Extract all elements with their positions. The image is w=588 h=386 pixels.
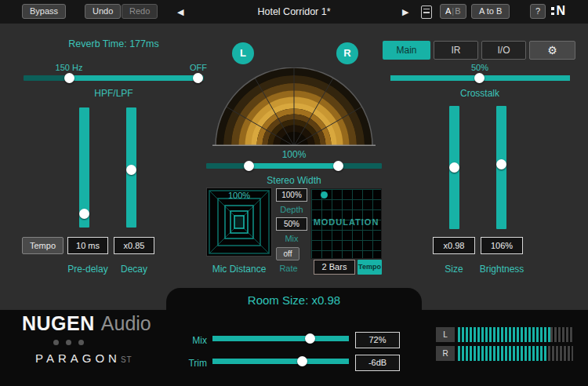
parameter-readout-tab: Room Size: x0.98 — [166, 288, 422, 311]
mod-mix-label: Mix — [274, 234, 309, 243]
meter-right-bar — [458, 346, 573, 361]
hpf-lpf-active-band — [69, 75, 198, 81]
nugen-logo-icon: N — [551, 4, 565, 18]
brand-logo: NUGENAudio — [22, 312, 151, 335]
decay-slider[interactable] — [126, 107, 136, 228]
redo-button[interactable]: Redo — [122, 4, 158, 19]
trim-active-band — [212, 359, 349, 364]
predelay-label: Pre-delay — [61, 264, 114, 275]
previous-preset-icon[interactable]: ◀ — [177, 7, 183, 17]
mod-depth-label: Depth — [274, 205, 309, 214]
hpf-handle[interactable] — [64, 73, 74, 83]
filter-label: HPF/LPF — [63, 88, 165, 99]
decay-label: Decay — [111, 264, 157, 275]
size-label: Size — [433, 264, 475, 275]
stereo-width-right-handle[interactable] — [333, 161, 343, 171]
top-toolbar: Bypass Undo Redo ◀ Hotel Corridor 1* ▶ A… — [0, 0, 588, 24]
logo-n-letter: N — [557, 4, 566, 18]
crosstalk-slider[interactable] — [390, 73, 570, 83]
stereo-width-label: Stereo Width — [249, 175, 339, 186]
stereo-width-value: 100% — [259, 149, 329, 160]
mix-value-box[interactable]: 72% — [355, 332, 400, 348]
trim-slider[interactable] — [212, 356, 349, 366]
modulation-xy-pad[interactable] — [310, 188, 382, 259]
predelay-tempo-button[interactable]: Tempo — [22, 237, 64, 254]
tab-ir[interactable]: IR — [434, 41, 478, 60]
meter-left-bar — [458, 327, 573, 342]
brightness-handle[interactable] — [496, 159, 506, 169]
ab-b-label: B — [455, 6, 460, 16]
mod-rate-label: Rate — [271, 264, 306, 273]
logo-dots-icon — [551, 7, 554, 15]
a-to-b-button[interactable]: A to B — [471, 4, 510, 19]
reverb-time-readout: Reverb Time: 177ms — [24, 38, 204, 49]
decay-handle[interactable] — [126, 165, 136, 175]
stereo-width-left-handle[interactable] — [244, 161, 254, 171]
meter-right-label: R — [436, 346, 455, 361]
impulse-response-visualizer — [210, 67, 378, 146]
plugin-window: Bypass Undo Redo ◀ Hotel Corridor 1* ▶ A… — [0, 0, 588, 386]
meter-left-headroom — [550, 327, 573, 342]
predelay-handle[interactable] — [79, 209, 89, 219]
help-button[interactable]: ? — [530, 4, 546, 19]
mod-depth-value-box[interactable]: 100% — [276, 188, 307, 202]
brightness-slider[interactable] — [496, 106, 506, 229]
left-channel-button[interactable]: L — [232, 42, 254, 64]
crosstalk-handle[interactable] — [474, 73, 485, 83]
settings-gear-icon[interactable]: ⚙ — [529, 41, 575, 60]
brand-suffix: Audio — [101, 312, 151, 334]
predelay-slider[interactable] — [79, 107, 89, 228]
size-value-box[interactable]: x0.98 — [433, 237, 475, 254]
size-slider[interactable] — [449, 106, 459, 229]
mix-slider[interactable] — [212, 333, 349, 344]
ab-compare-button[interactable]: A|B — [440, 4, 466, 19]
meter-right-level — [458, 346, 548, 361]
predelay-value-box[interactable]: 10 ms — [67, 237, 108, 254]
meter-left-label: L — [436, 327, 455, 342]
size-handle[interactable] — [449, 162, 459, 173]
crosstalk-value: 50% — [445, 63, 515, 72]
mix-handle[interactable] — [305, 333, 315, 344]
bypass-button[interactable]: Bypass — [22, 4, 66, 19]
trim-label: Trim — [179, 358, 207, 369]
crosstalk-label: Crosstalk — [441, 88, 519, 99]
mod-sync-value-box[interactable]: 2 Bars — [314, 260, 355, 275]
mix-label: Mix — [179, 335, 207, 346]
product-name-main: PARAGON — [35, 351, 121, 365]
hpf-value: 150 Hz — [45, 63, 93, 72]
mod-tempo-button[interactable]: Tempo — [358, 260, 382, 275]
undo-button[interactable]: Undo — [85, 4, 121, 19]
decay-value-box[interactable]: x0.85 — [114, 237, 154, 254]
stereo-width-slider[interactable] — [206, 161, 382, 171]
preset-name[interactable]: Hotel Corridor 1* — [235, 6, 353, 17]
mic-distance-value: 100% — [206, 191, 272, 200]
preset-list-icon[interactable] — [421, 5, 432, 19]
mod-mix-value-box[interactable]: 50% — [276, 217, 307, 231]
modulation-dot-handle[interactable] — [321, 191, 328, 198]
trim-handle[interactable] — [297, 356, 307, 366]
lpf-handle[interactable] — [193, 73, 203, 83]
right-channel-button[interactable]: R — [336, 42, 358, 64]
mod-rate-off-button[interactable]: off — [276, 247, 299, 260]
next-preset-icon[interactable]: ▶ — [402, 7, 408, 17]
tab-main[interactable]: Main — [383, 41, 430, 60]
mic-distance-label: Mic Distance — [201, 264, 278, 275]
product-name: PARAGONST — [35, 351, 132, 365]
mix-active-band — [212, 336, 349, 341]
meter-right-headroom — [548, 346, 573, 361]
brand-dots-icon — [53, 340, 84, 345]
tab-io[interactable]: I/O — [481, 41, 526, 60]
parameter-readout: Room Size: x0.98 — [166, 288, 422, 312]
meter-left-level — [458, 327, 550, 342]
product-name-suffix: ST — [121, 355, 132, 364]
hpf-lpf-slider[interactable] — [24, 73, 204, 83]
trim-value-box[interactable]: -6dB — [355, 355, 400, 371]
stereo-width-active-band — [249, 163, 339, 169]
brand-name: NUGEN — [22, 312, 95, 334]
brightness-value-box[interactable]: 106% — [481, 237, 523, 254]
brightness-label: Brightness — [472, 264, 532, 275]
